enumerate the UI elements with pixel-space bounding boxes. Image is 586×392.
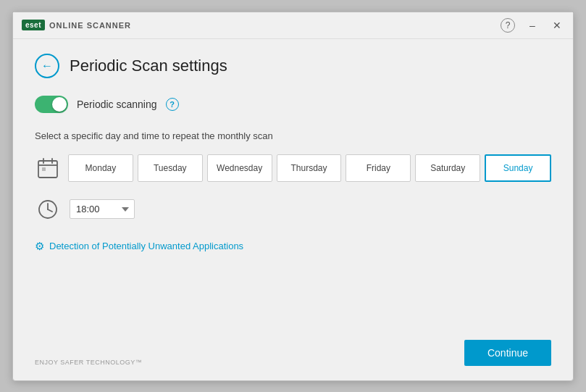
day-button-thursday[interactable]: Thursday — [277, 154, 342, 182]
time-select[interactable]: 00:0001:0002:0003:0004:0005:0006:0007:00… — [70, 199, 135, 219]
minimize-button[interactable]: – — [525, 18, 540, 33]
enjoy-text: ENJOY SAFER TECHNOLOGY™ — [35, 359, 142, 366]
day-button-friday[interactable]: Friday — [346, 154, 411, 182]
svg-rect-0 — [38, 161, 57, 178]
page-header: ← Periodic Scan settings — [35, 54, 551, 78]
continue-button[interactable]: Continue — [464, 340, 551, 366]
back-arrow-icon: ← — [41, 59, 53, 72]
day-button-tuesday[interactable]: Tuesday — [138, 154, 203, 182]
footer: ENJOY SAFER TECHNOLOGY™ Continue — [35, 333, 551, 366]
back-button[interactable]: ← — [35, 54, 59, 78]
days-container: MondayTuesdayWednesdayThursdayFridaySatu… — [68, 154, 551, 182]
svg-line-7 — [48, 209, 52, 212]
clock-icon — [35, 196, 61, 222]
toggle-row: Periodic scanning ? — [35, 96, 551, 113]
gear-icon: ⚙ — [35, 240, 44, 253]
toggle-label: Periodic scanning — [77, 99, 157, 110]
day-button-wednesday[interactable]: Wednesday — [207, 154, 272, 182]
time-row: 00:0001:0002:0003:0004:0005:0006:0007:00… — [35, 196, 551, 222]
main-window: eset ONLINE SCANNER ? – ✕ ← Periodic Sca… — [12, 12, 574, 381]
day-selector-row: MondayTuesdayWednesdayThursdayFridaySatu… — [35, 154, 551, 182]
day-button-sunday[interactable]: Sunday — [485, 154, 551, 182]
content-area: ← Periodic Scan settings Periodic scanni… — [13, 39, 573, 380]
day-button-saturday[interactable]: Saturday — [415, 154, 480, 182]
eset-logo: eset ONLINE SCANNER — [22, 20, 131, 30]
toggle-help-icon[interactable]: ? — [166, 98, 179, 111]
section-description: Select a specific day and time to repeat… — [35, 130, 551, 141]
eset-badge: eset — [22, 20, 45, 30]
titlebar: eset ONLINE SCANNER ? – ✕ — [13, 12, 573, 39]
titlebar-controls: ? – ✕ — [501, 18, 564, 33]
detection-link-label: Detection of Potentially Unwanted Applic… — [49, 241, 243, 251]
toggle-knob — [52, 97, 67, 112]
detection-link[interactable]: ⚙ Detection of Potentially Unwanted Appl… — [35, 240, 551, 253]
day-button-monday[interactable]: Monday — [68, 154, 133, 182]
svg-rect-4 — [42, 167, 46, 171]
app-name-label: ONLINE SCANNER — [49, 21, 131, 30]
page-title: Periodic Scan settings — [70, 57, 227, 75]
periodic-scanning-toggle[interactable] — [35, 96, 68, 113]
close-button[interactable]: ✕ — [550, 18, 564, 33]
help-button[interactable]: ? — [501, 18, 515, 33]
calendar-icon — [35, 155, 61, 181]
